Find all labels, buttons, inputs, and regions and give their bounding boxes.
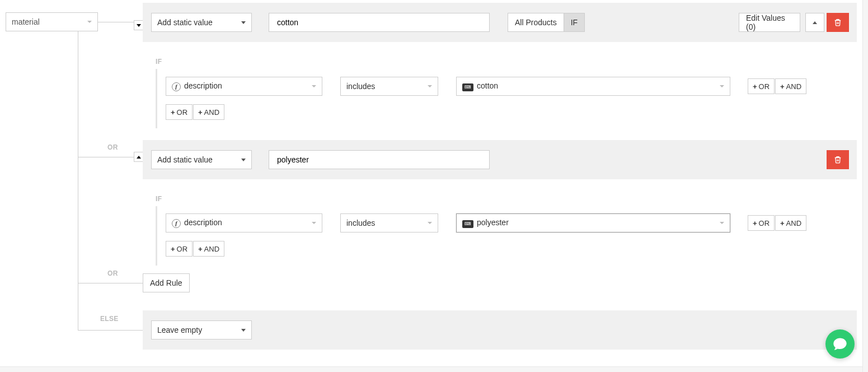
vertical-scrollbar[interactable] [862,0,868,372]
collapse-rule-1-button[interactable] [805,13,824,32]
rule-1-cond-value-wrap: ⌨cotton [462,81,498,91]
rule-2-field-wrap: fdescription [172,218,222,228]
rule-2-or-inline-button[interactable]: + OR [748,215,775,231]
add-rule-button[interactable]: Add Rule [143,273,190,292]
plus-icon: + [780,219,785,227]
or-label: OR [177,245,188,253]
rule-1-scope-tabs: All Products IF [508,13,585,32]
rule-1-field-wrap: fdescription [172,81,222,91]
plus-icon: + [171,108,175,117]
or-label: OR [759,219,770,227]
chevron-down-icon [241,329,246,332]
rule-2-value-input[interactable] [276,155,482,165]
attribute-select-label: material [12,17,40,26]
plus-icon: + [198,245,203,253]
rule-1-action-label: Add static value [157,18,213,27]
rule-1-and-inline-button[interactable]: + AND [775,78,806,94]
connector-line [78,22,78,330]
rule-1-field-label: description [184,81,222,90]
trash-icon [834,18,842,26]
else-label: ELSE [100,315,119,323]
fx-icon: f [172,219,181,228]
chevron-down-icon [241,21,246,24]
tab-all-products[interactable]: All Products [508,13,564,32]
rule-1-and-below-button[interactable]: + AND [193,104,224,120]
and-label: AND [786,82,801,91]
rule-2-operator-select[interactable]: includes [340,213,438,232]
edit-values-label: Edit Values (0) [746,13,793,31]
rule-2-value-select[interactable]: ⌨polyester [456,213,730,232]
plus-icon: + [780,82,785,91]
chevron-down-icon [312,85,316,87]
trash-icon [834,156,842,164]
rule-1-value-select[interactable]: ⌨cotton [456,77,730,96]
and-label: AND [204,245,219,253]
plus-icon: + [198,108,203,117]
rule-1-action-select[interactable]: Add static value [151,13,252,32]
rule-2-action-label: Add static value [157,155,213,164]
rule-1-or-inline-button[interactable]: + OR [748,78,775,94]
delete-rule-1-button[interactable] [827,13,849,32]
chevron-down-icon [312,222,316,224]
keyboard-icon: ⌨ [462,83,473,91]
else-action-label: Leave empty [157,326,202,334]
plus-icon: + [171,245,175,253]
fx-icon: f [172,82,181,91]
help-chat-button[interactable] [825,329,855,359]
attribute-select[interactable]: material [6,12,98,31]
rule-1-field-select[interactable]: fdescription [166,77,322,96]
rule-2-cond-value-wrap: ⌨polyester [462,218,509,228]
rule-2-action-select[interactable]: Add static value [151,150,252,169]
chevron-up-icon [813,21,817,24]
chevron-down-icon [720,222,724,224]
keyboard-icon: ⌨ [462,220,473,228]
chevron-down-icon [720,85,724,87]
or-separator-2: OR [107,269,118,277]
chevron-down-icon [137,24,141,27]
footer-strip [0,366,862,372]
or-separator-1: OR [107,143,118,151]
rule-2-operator-label: includes [346,218,375,227]
connector-line [78,330,143,331]
if-label-2: IF [156,195,162,203]
chevron-down-icon [241,159,246,161]
or-label: OR [759,82,770,91]
delete-rule-2-button[interactable] [827,150,849,169]
chevron-down-icon [428,85,432,87]
tab-if[interactable]: IF [564,13,585,32]
chevron-up-icon [137,156,141,159]
edit-values-button[interactable]: Edit Values (0) [739,13,800,32]
plus-icon: + [753,219,757,227]
rule-2-field-label: description [184,218,222,227]
rule-1-cond-value: cotton [477,81,498,90]
tab-if-label: IF [571,18,578,27]
or-label: OR [177,108,188,117]
rule-1-operator-select[interactable]: includes [340,77,438,96]
else-action-select[interactable]: Leave empty [151,320,252,340]
rule-2-and-below-button[interactable]: + AND [193,241,224,257]
chat-icon [832,336,848,352]
rule-1-operator-label: includes [346,82,375,91]
connector-line [78,157,143,157]
and-label: AND [786,219,801,227]
tab-all-products-label: All Products [515,18,557,27]
rule-2-or-below-button[interactable]: + OR [166,241,193,257]
rule-2-value-input-wrapper [269,150,490,169]
connector-line [78,283,143,283]
plus-icon: + [753,82,757,91]
rule-2-cond-value: polyester [477,218,509,227]
rule-1-or-below-button[interactable]: + OR [166,104,193,120]
rule-1-value-input[interactable] [276,17,482,27]
add-rule-label: Add Rule [150,278,182,287]
rule-2-field-select[interactable]: fdescription [166,213,322,232]
chevron-down-icon [428,222,432,224]
chevron-down-icon [87,21,92,23]
rule-2-and-inline-button[interactable]: + AND [775,215,806,231]
if-label: IF [156,58,162,66]
and-label: AND [204,108,219,117]
rule-1-value-input-wrapper [269,13,490,32]
